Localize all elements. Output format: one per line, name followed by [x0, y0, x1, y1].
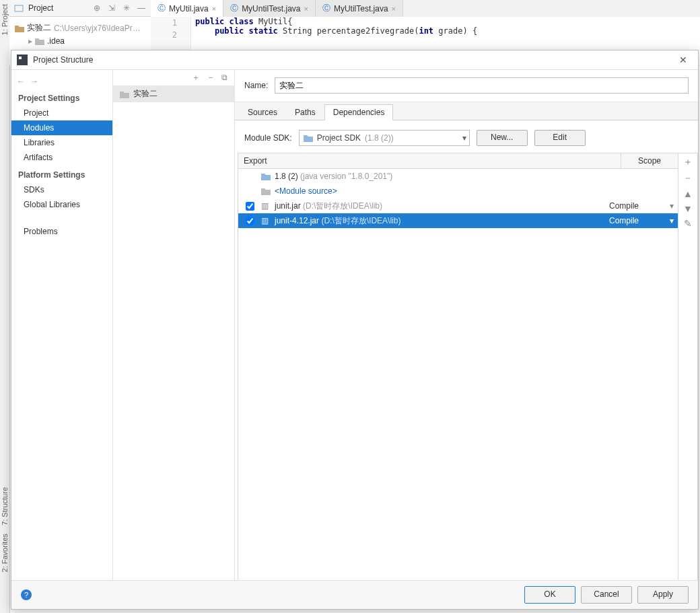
gear-icon[interactable]: ✳: [121, 3, 132, 13]
chevron-down-icon: ▾: [670, 201, 678, 211]
target-icon[interactable]: ⊕: [92, 3, 102, 13]
close-icon[interactable]: ×: [212, 5, 216, 13]
nav-libraries[interactable]: Libraries: [11, 135, 112, 150]
hide-icon[interactable]: —: [136, 3, 147, 13]
nav-sdks[interactable]: SDKs: [11, 182, 112, 197]
file-tab-label: MyUtil.java: [169, 4, 209, 13]
sdk-version: (1.8 (2)): [365, 133, 394, 143]
file-tab-1[interactable]: ⒸMyUntilTest.java×: [223, 0, 316, 17]
close-button[interactable]: ✕: [674, 50, 693, 69]
dep-row-sdk[interactable]: 1.8 (2) (java version "1.8.0_201"): [238, 169, 678, 184]
move-up-icon[interactable]: ▲: [683, 188, 693, 199]
project-name: 实验二: [27, 22, 51, 34]
dependencies-side-buttons: ＋ － ▲ ▼ ✎: [678, 153, 698, 581]
idea-folder-label: .idea: [47, 36, 65, 46]
add-icon[interactable]: ＋: [192, 72, 200, 83]
dep-row-source[interactable]: <Module source>: [238, 184, 678, 199]
chevron-down-icon: ▾: [670, 216, 678, 225]
remove-icon[interactable]: －: [683, 172, 693, 184]
move-down-icon[interactable]: ▼: [683, 203, 693, 214]
class-icon: Ⓒ: [230, 3, 238, 14]
sidebar-tab-structure[interactable]: 7: Structure: [0, 483, 9, 530]
editor-tabs: ⒸMyUtil.java× ⒸMyUntilTest.java× ⒸMyUtil…: [151, 0, 700, 17]
file-tab-2[interactable]: ⒸMyUtilTest.java×: [316, 0, 403, 17]
dependencies-table: Export Scope 1.8 (2) (java version "1.8.…: [238, 153, 678, 581]
add-icon[interactable]: ＋: [683, 156, 693, 168]
left-gutter: 1: Project 7: Structure 2: Favorites: [0, 0, 10, 613]
export-checkbox[interactable]: [242, 200, 257, 213]
file-tab-label: MyUtilTest.java: [334, 4, 388, 13]
sdk-combo[interactable]: Project SDK (1.8 (2)) ▾: [299, 130, 470, 146]
folder-icon: [261, 172, 271, 180]
close-icon[interactable]: ×: [392, 5, 396, 13]
sidebar-tab-favorites[interactable]: 2: Favorites: [0, 530, 9, 576]
sidebar-tab-project[interactable]: 1: Project: [0, 0, 9, 39]
svg-rect-1: [17, 55, 28, 65]
svg-rect-2: [19, 57, 22, 59]
back-icon[interactable]: ←: [17, 77, 25, 86]
ok-button[interactable]: OK: [524, 586, 575, 604]
svg-rect-0: [15, 5, 23, 11]
apply-button[interactable]: Apply: [637, 586, 689, 604]
module-name-input[interactable]: [275, 77, 689, 94]
sdk-label: Module SDK:: [244, 133, 292, 143]
col-scope[interactable]: Scope: [621, 153, 678, 168]
dep-scope[interactable]: Compile: [609, 201, 666, 211]
folder-icon: [35, 37, 44, 45]
tab-dependencies[interactable]: Dependencies: [324, 104, 394, 120]
col-export[interactable]: Export: [238, 153, 621, 168]
forward-icon[interactable]: →: [30, 77, 38, 86]
library-icon: ▥: [261, 216, 271, 225]
folder-icon: [120, 90, 129, 98]
nav-modules[interactable]: Modules: [11, 120, 112, 135]
export-checkbox[interactable]: [242, 215, 257, 227]
nav-artifacts[interactable]: Artifacts: [11, 150, 112, 165]
project-path: C:\Users\yjx76\IdeaPr…: [54, 24, 141, 33]
dialog-title: Project Structure: [33, 55, 93, 65]
project-icon: [13, 3, 24, 13]
nav-problems[interactable]: Problems: [11, 224, 112, 239]
dialog-buttons: ? OK Cancel Apply: [11, 580, 698, 609]
dep-row-jar-selected[interactable]: ▥ junit-4.12.jar (D:\暂时存放\IDEA\lib) Comp…: [238, 213, 678, 228]
nav-global-libraries[interactable]: Global Libraries: [11, 197, 112, 212]
remove-icon[interactable]: －: [207, 72, 215, 83]
section-project-settings: Project Settings: [11, 88, 112, 106]
nav-pane: ← → Project Settings Project Modules Lib…: [11, 69, 113, 581]
line-number: 1: [151, 17, 177, 29]
copy-icon[interactable]: ⧉: [221, 73, 228, 82]
dep-scope[interactable]: Compile: [609, 216, 666, 225]
idea-folder-row[interactable]: ▸ .idea: [9, 35, 151, 47]
tab-sources[interactable]: Sources: [239, 104, 286, 120]
file-tab-0[interactable]: ⒸMyUtil.java×: [151, 0, 223, 17]
dependencies-header: Export Scope: [238, 153, 678, 169]
module-label: 实验二: [133, 88, 158, 100]
dialog-titlebar[interactable]: Project Structure ✕: [11, 50, 698, 70]
line-number: 2: [151, 29, 177, 41]
help-icon[interactable]: ?: [21, 589, 32, 600]
class-icon: Ⓒ: [158, 3, 166, 14]
project-label: Project: [28, 3, 53, 13]
section-platform-settings: Platform Settings: [11, 165, 112, 182]
code-editor[interactable]: public class MyUtil{ public static Strin…: [191, 17, 700, 51]
gutter: 1 2: [151, 17, 191, 51]
chevron-right-icon: ▸: [28, 36, 32, 46]
class-icon: Ⓒ: [322, 3, 330, 14]
dialog-body: ← → Project Settings Project Modules Lib…: [11, 69, 698, 581]
new-sdk-button[interactable]: New...: [477, 130, 528, 146]
module-details: Name: Sources Paths Dependencies Module …: [235, 69, 698, 581]
dep-text: 1.8 (2) (java version "1.8.0_201"): [275, 172, 605, 181]
tab-paths[interactable]: Paths: [286, 104, 324, 120]
ide-window: ogs.com/EditPosts.aspx?opt=1 1: Project …: [0, 0, 700, 613]
app-icon: [17, 55, 28, 65]
cancel-button[interactable]: Cancel: [581, 586, 632, 604]
project-root[interactable]: 实验二 C:\Users\yjx76\IdeaPr…: [9, 21, 151, 35]
edit-sdk-button[interactable]: Edit: [534, 130, 586, 146]
collapse-icon[interactable]: ⇲: [106, 3, 117, 13]
module-row[interactable]: 实验二: [113, 85, 234, 102]
edit-pencil-icon[interactable]: ✎: [684, 218, 692, 229]
modules-pane: ＋ － ⧉ 实验二: [113, 69, 235, 581]
dep-text: junit-4.12.jar (D:\暂时存放\IDEA\lib): [275, 215, 605, 227]
dep-row-jar[interactable]: ▥ junit.jar (D:\暂时存放\IDEA\lib) Compile▾: [238, 199, 678, 213]
nav-project[interactable]: Project: [11, 106, 112, 120]
close-icon[interactable]: ×: [304, 5, 308, 13]
